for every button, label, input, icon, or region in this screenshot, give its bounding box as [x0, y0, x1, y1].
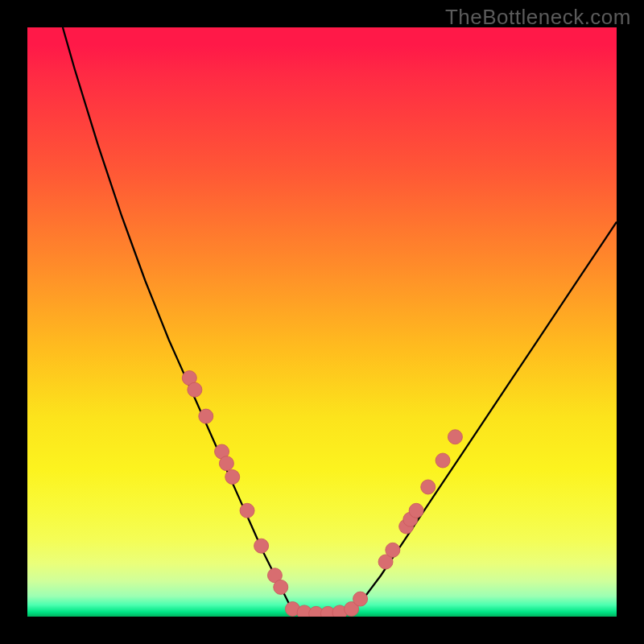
data-marker [254, 539, 269, 553]
data-marker [448, 430, 462, 444]
data-marker [421, 480, 436, 494]
data-marker [219, 456, 233, 471]
data-marker [225, 470, 240, 485]
bottleneck-curve [63, 27, 617, 616]
data-marker [353, 592, 368, 606]
curve-overlay [27, 27, 617, 617]
data-marker [386, 543, 400, 557]
data-marker [409, 503, 423, 518]
watermark-text: TheBottleneck.com [445, 5, 631, 30]
data-marker [188, 382, 202, 397]
chart-container: TheBottleneck.com [0, 0, 644, 644]
marker-group [182, 371, 462, 617]
curve-group [63, 27, 617, 616]
data-marker [274, 580, 288, 594]
data-marker [240, 503, 254, 518]
plot-area [27, 27, 617, 617]
data-marker [199, 409, 213, 423]
data-marker [436, 453, 450, 468]
